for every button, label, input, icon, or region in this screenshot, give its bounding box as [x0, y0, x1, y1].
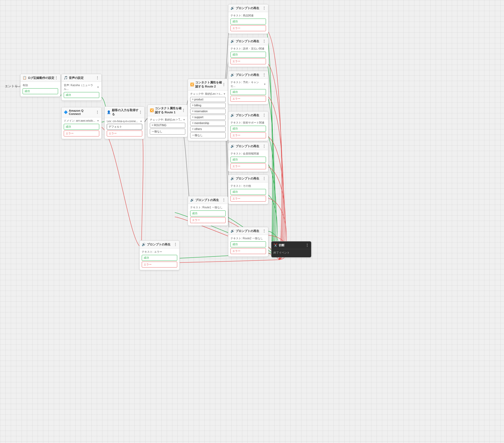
prompt-support-error[interactable]: エラー [230, 132, 266, 138]
getinput-header: 👤 顧客の入力を取得する ⋮ [105, 107, 144, 118]
getinput-default-btn[interactable]: デフォルト [107, 124, 142, 130]
route2-reservation-btn[interactable]: = reservation [190, 109, 226, 114]
route1-menu[interactable]: ⋮ [182, 108, 185, 112]
amazonq-node: 🔷 Amazon Q Connect ⋮ ドメイン: arn:aws:wisdo… [61, 107, 102, 139]
route2-billing-port: = billing [190, 103, 226, 108]
prompt-support-success[interactable]: 成功 [230, 126, 266, 132]
prompt-reservation-title: プロンプトの再生 [236, 73, 262, 77]
route1-body: チェック中: 動的(Lex > T... ▼ = ROUTING 一致なし [148, 116, 187, 137]
route1-header: 🔀 コンタクト属性を確認する Route 1 ⋮ [148, 105, 187, 116]
prompt-billing-error[interactable]: エラー [230, 58, 266, 64]
route2-others-btn[interactable]: = others [190, 126, 226, 132]
prompt-route2-nomatch-error[interactable]: エラー [230, 248, 266, 254]
log-success-btn[interactable]: 成功 [23, 88, 58, 94]
prompt-product-success[interactable]: 成功 [230, 19, 266, 24]
prompt-product-error[interactable]: エラー [230, 25, 266, 31]
prompt-route1-nomatch-menu[interactable]: ⋮ [222, 198, 226, 202]
prompt-others-success[interactable]: 成功 [230, 189, 266, 195]
log-body: 有効 成功 [20, 82, 60, 97]
prompt-route2-nomatch-success[interactable]: 成功 [230, 241, 266, 247]
amazonq-success-btn[interactable]: 成功 [64, 124, 99, 130]
route2-nomatch-btn[interactable]: 一致なし [190, 132, 226, 138]
getinput-menu[interactable]: ⋮ [139, 110, 142, 114]
prompt-product-header: 🔊 プロンプトの再生 ⋮ [228, 4, 268, 12]
getinput-error-btn[interactable]: エラー [107, 131, 142, 136]
prompt-error-body: テキスト: エラー 成功 エラー [140, 248, 179, 270]
route2-membership-btn[interactable]: = membership [190, 121, 226, 126]
prompt-reservation-chevron: ▼ [264, 83, 266, 86]
log-menu[interactable]: ⋮ [54, 76, 58, 80]
prompt-membership-error[interactable]: エラー [230, 163, 266, 169]
prompt-support-menu[interactable]: ⋮ [262, 113, 266, 117]
prompt-route2-nomatch-header: 🔊 プロンプトの再生 ⋮ [228, 227, 268, 235]
prompt-membership-success[interactable]: 成功 [230, 157, 266, 163]
voice-icon: 🎵 [64, 76, 68, 80]
prompt-route1-nomatch-error[interactable]: エラー [190, 217, 226, 223]
route1-nomatch-btn[interactable]: 一致なし [150, 129, 185, 135]
amazonq-menu[interactable]: ⋮ [95, 110, 99, 114]
prompt-billing-node: 🔊 プロンプトの再生 ⋮ テキスト: 請求・支払い関連 成功 エラー [228, 37, 268, 67]
prompt-route2-nomatch-title: プロンプトの再生 [236, 229, 262, 233]
route2-support-btn[interactable]: = support [190, 115, 226, 120]
getinput-error-port: エラー [107, 131, 142, 136]
disconnect-menu[interactable]: ⋮ [305, 243, 309, 247]
prompt-error-header: 🔊 プロンプトの再生 ⋮ [140, 241, 179, 248]
prompt-product-menu[interactable]: ⋮ [262, 6, 266, 10]
disconnect-title: 切断 [279, 243, 305, 247]
route2-billing-btn[interactable]: = billing [190, 103, 226, 108]
prompt-error-node: 🔊 プロンプトの再生 ⋮ テキスト: エラー 成功 エラー [139, 240, 180, 270]
prompt-membership-title: プロンプトの再生 [236, 144, 262, 148]
prompt-reservation-error[interactable]: エラー [230, 96, 266, 102]
prompt-reservation-menu[interactable]: ⋮ [262, 73, 266, 77]
route1-routing-btn[interactable]: = ROUTING [150, 123, 185, 128]
prompt-membership-body: テキスト: 会員情報関連 成功 エラー [228, 150, 268, 172]
prompt-route2-nomatch-menu[interactable]: ⋮ [262, 229, 266, 233]
prompt-route1-nomatch-node: 🔊 プロンプトの再生 ⋮ テキスト: Route1 一致なし 成功 エラー [188, 196, 228, 226]
voice-menu[interactable]: ⋮ [95, 76, 99, 80]
voice-node: 🎵 音声の設定 ⋮ 音声: Kazuha（ニューラル... ▼ 成功 [61, 74, 102, 101]
prompt-membership-field: テキスト: 会員情報関連 [230, 152, 266, 156]
route2-menu[interactable]: ⋮ [222, 82, 226, 87]
amazonq-field: ドメイン: arn:aws:wisdo... ▼ [64, 119, 99, 123]
voice-success-btn[interactable]: 成功 [64, 92, 99, 98]
prompt-route1-nomatch-title: プロンプトの再生 [195, 198, 222, 202]
prompt-membership-icon: 🔊 [230, 144, 235, 148]
prompt-error-menu[interactable]: ⋮ [173, 242, 177, 247]
prompt-error-error[interactable]: エラー [142, 262, 177, 268]
prompt-membership-menu[interactable]: ⋮ [262, 144, 266, 148]
prompt-others-error[interactable]: エラー [230, 196, 266, 202]
log-icon: 📋 [23, 76, 27, 80]
prompt-product-field: テキスト: 商品関連 [230, 14, 266, 17]
route2-product-btn[interactable]: = product [190, 97, 226, 102]
prompt-route2-nomatch-body: テキスト: Route2 一致なし 成功 エラー [228, 235, 268, 256]
getinput-body: Lex: cm-hirai-q-in-conne... ▼ デフォルト エラー [105, 118, 144, 139]
prompt-billing-field: テキスト: 請求・支払い関連 [230, 47, 266, 51]
route1-nomatch-port: 一致なし [150, 129, 185, 135]
route2-field: チェック中: 動的(Lex > c... ▼ [190, 92, 226, 96]
log-success-port: 成功 [23, 88, 58, 94]
prompt-others-menu[interactable]: ⋮ [262, 176, 266, 181]
prompt-route1-nomatch-header: 🔊 プロンプトの再生 ⋮ [188, 196, 228, 204]
prompt-support-title: プロンプトの再生 [236, 113, 262, 117]
route1-field: チェック中: 動的(Lex > T... ▼ [150, 118, 185, 122]
prompt-route1-nomatch-success[interactable]: 成功 [190, 210, 226, 216]
prompt-route2-nomatch-field: テキスト: Route2 一致なし [230, 237, 266, 240]
prompt-billing-menu[interactable]: ⋮ [262, 39, 266, 43]
prompt-route1-nomatch-body: テキスト: Route1 一致なし 成功 エラー [188, 204, 228, 226]
prompt-error-title: プロンプトの再生 [147, 242, 173, 247]
prompt-error-success[interactable]: 成功 [142, 255, 177, 261]
route2-support-port: = support [190, 115, 226, 120]
prompt-support-field: テキスト: 技術サポート関連 [230, 121, 266, 125]
route2-header: 🔀 コンタクト属性を確認する Route 2 ⋮ [188, 79, 228, 90]
prompt-reservation-success[interactable]: 成功 [230, 89, 266, 95]
log-node-header: 📋 ログ記録動作の設定 ⋮ [20, 74, 60, 82]
prompt-membership-header: 🔊 プロンプトの再生 ⋮ [228, 142, 268, 150]
getinput-chevron: ▼ [140, 120, 142, 123]
amazonq-error-btn[interactable]: エラー [64, 131, 99, 136]
route2-nomatch-port: 一致なし [190, 132, 226, 138]
amazonq-body: ドメイン: arn:aws:wisdo... ▼ 成功 エラー [62, 117, 101, 139]
prompt-billing-success[interactable]: 成功 [230, 52, 266, 58]
prompt-support-icon: 🔊 [230, 113, 235, 117]
voice-field: 音声: Kazuha（ニューラル... ▼ [64, 83, 99, 91]
voice-body: 音声: Kazuha（ニューラル... ▼ 成功 [62, 82, 101, 100]
